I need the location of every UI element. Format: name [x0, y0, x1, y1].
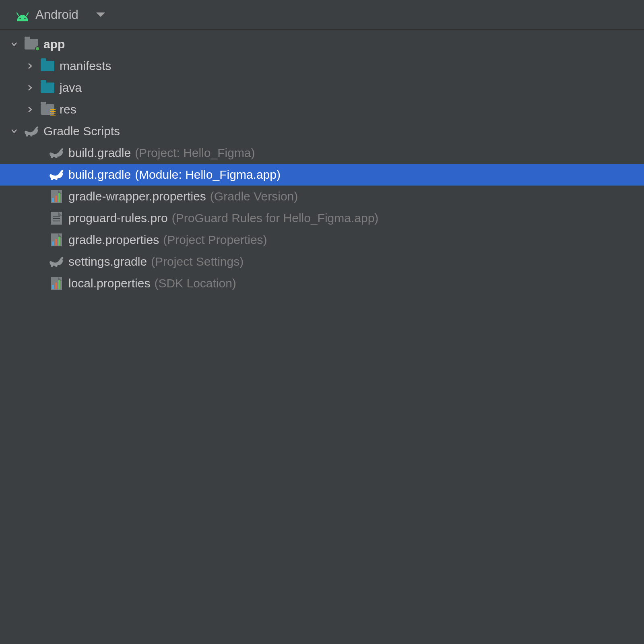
chevron-down-icon[interactable]: [8, 40, 20, 48]
tree-node-gradle-file[interactable]: proguard-rules.pro (ProGuard Rules for H…: [0, 207, 644, 229]
file-name: proguard-rules.pro: [68, 211, 168, 225]
project-tree: app manifests java res Gradle Scripts: [0, 30, 644, 294]
file-qualifier: (Project Settings): [151, 255, 244, 268]
tree-label: java: [60, 81, 82, 95]
tree-label: Gradle Scripts: [43, 124, 120, 138]
tree-node-gradle-file[interactable]: build.gradle (Module: Hello_Figma.app): [0, 164, 644, 186]
tree-node-gradle-file[interactable]: gradle.properties (Project Properties): [0, 229, 644, 251]
res-folder-icon: [39, 102, 56, 117]
tree-node-gradle-file[interactable]: settings.gradle (Project Settings): [0, 251, 644, 272]
project-view-label: Android: [35, 8, 78, 22]
tree-label: manifests: [60, 59, 111, 73]
chevron-right-icon[interactable]: [24, 62, 36, 70]
chevron-right-icon[interactable]: [24, 84, 36, 92]
tree-node-gradle-file[interactable]: build.gradle (Project: Hello_Figma): [0, 142, 644, 164]
file-icon: [48, 211, 64, 225]
tree-node-app[interactable]: app: [0, 33, 644, 55]
properties-file-icon: [48, 276, 64, 291]
project-view-selector[interactable]: Android: [0, 0, 644, 30]
file-qualifier: (Project Properties): [163, 233, 267, 247]
folder-icon: [39, 59, 56, 73]
file-name: gradle.properties: [68, 233, 159, 247]
file-name: gradle-wrapper.properties: [68, 190, 206, 203]
properties-file-icon: [48, 189, 64, 204]
file-name: settings.gradle: [68, 255, 147, 268]
tree-node-gradle-scripts[interactable]: Gradle Scripts: [0, 120, 644, 142]
file-qualifier: (Project: Hello_Figma): [135, 146, 255, 160]
tree-node-java[interactable]: java: [0, 77, 644, 99]
chevron-down-icon[interactable]: [8, 127, 20, 135]
tree-label: app: [43, 37, 65, 51]
tree-node-gradle-file[interactable]: gradle-wrapper.properties (Gradle Versio…: [0, 186, 644, 207]
file-qualifier: (ProGuard Rules for Hello_Figma.app): [172, 211, 379, 225]
tree-node-gradle-file[interactable]: local.properties (SDK Location): [0, 272, 644, 294]
file-name: build.gradle: [68, 146, 131, 160]
gradle-icon: [48, 146, 64, 160]
svg-line-0: [17, 13, 19, 16]
file-qualifier: (Gradle Version): [210, 190, 298, 203]
gradle-icon: [48, 167, 64, 182]
chevron-down-icon: [96, 12, 105, 17]
file-name: build.gradle: [68, 168, 131, 182]
tree-node-res[interactable]: res: [0, 99, 644, 120]
file-qualifier: (Module: Hello_Figma.app): [135, 168, 281, 182]
file-name: local.properties: [68, 277, 150, 290]
file-qualifier: (SDK Location): [154, 277, 236, 290]
gradle-icon: [23, 124, 39, 138]
tree-label: res: [60, 103, 76, 116]
gradle-icon: [48, 254, 64, 269]
tree-node-manifests[interactable]: manifests: [0, 55, 644, 77]
android-icon: [15, 10, 30, 19]
svg-point-3: [24, 18, 26, 19]
svg-point-2: [19, 18, 21, 19]
svg-line-1: [27, 13, 28, 16]
module-folder-icon: [23, 37, 39, 52]
properties-file-icon: [48, 233, 64, 247]
folder-icon: [39, 80, 56, 95]
chevron-right-icon[interactable]: [24, 105, 36, 114]
